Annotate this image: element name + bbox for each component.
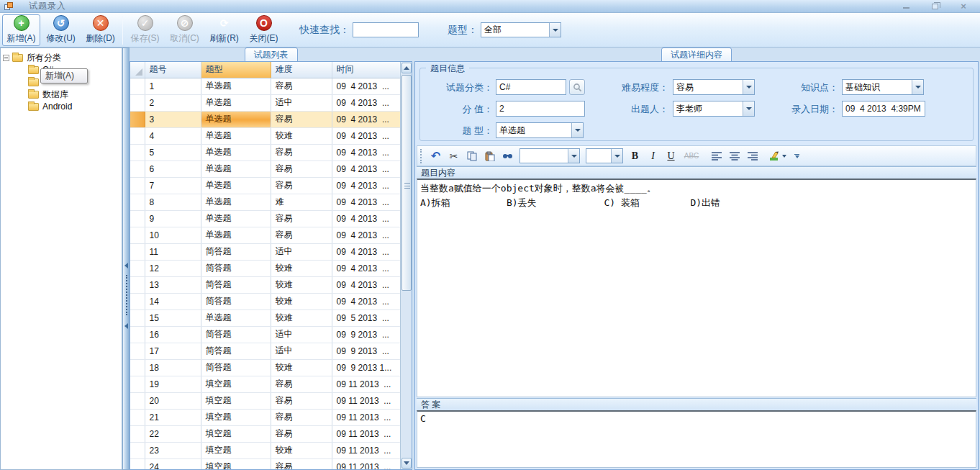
toolbar-overflow-button[interactable] (794, 154, 799, 158)
cell-difficulty[interactable]: 容易 (271, 111, 332, 127)
cell-type[interactable]: 填空题 (201, 409, 271, 425)
table-row[interactable]: 21 填空题 容易 09 11 2013 ... (130, 409, 401, 425)
cell-type[interactable]: 简答题 (201, 326, 271, 343)
cell-no[interactable]: 23 (145, 442, 201, 458)
cell-time[interactable]: 09 11 2013 ... (332, 442, 401, 458)
cell-type[interactable]: 简答题 (201, 276, 271, 293)
cell-no[interactable]: 18 (145, 359, 201, 376)
cell-difficulty[interactable]: 难 (271, 194, 332, 210)
select-all-corner[interactable] (130, 62, 145, 78)
row-indicator[interactable] (130, 425, 145, 442)
cell-no[interactable]: 14 (145, 293, 201, 309)
column-header-time[interactable]: 时间 (332, 62, 401, 78)
chevron-down-icon[interactable] (568, 149, 579, 163)
cell-type[interactable]: 简答题 (201, 243, 271, 260)
cell-no[interactable]: 1 (145, 78, 201, 94)
cell-no[interactable]: 17 (145, 343, 201, 359)
edit-button[interactable]: ↺ 修改(U) (42, 14, 80, 46)
author-combobox[interactable]: 李老师 (673, 101, 755, 117)
save-button[interactable]: ✓ 保存(S) (126, 14, 164, 46)
answer-editor[interactable]: C (417, 410, 976, 468)
tab-question-list[interactable]: 试题列表 (245, 48, 298, 62)
table-row[interactable]: 23 填空题 较难 09 11 2013 ... (130, 442, 401, 458)
category-search-button[interactable] (569, 79, 585, 95)
add-button[interactable]: + 新增(A) (2, 14, 40, 46)
cell-type[interactable]: 填空题 (201, 425, 271, 442)
cell-no[interactable]: 2 (145, 94, 201, 111)
row-indicator[interactable] (130, 392, 145, 409)
align-left-button[interactable] (708, 148, 725, 164)
cell-difficulty[interactable]: 较难 (271, 309, 332, 326)
cell-type[interactable]: 单选题 (201, 94, 271, 111)
undo-button[interactable]: ↶ (427, 148, 444, 164)
chevron-down-icon[interactable] (912, 80, 923, 94)
cell-no[interactable]: 16 (145, 326, 201, 343)
row-indicator[interactable] (130, 111, 145, 127)
scroll-down-icon[interactable] (401, 458, 412, 469)
cell-type[interactable]: 填空题 (201, 458, 271, 470)
cell-difficulty[interactable]: 容易 (271, 425, 332, 442)
cell-difficulty[interactable]: 较难 (271, 127, 332, 144)
table-row[interactable]: 6 单选题 容易 09 4 2013 ... (130, 161, 401, 177)
align-right-button[interactable] (744, 148, 761, 164)
table-row[interactable]: 2 单选题 适中 09 4 2013 ... (130, 94, 401, 111)
row-indicator[interactable] (130, 276, 145, 293)
quick-find-input[interactable] (353, 22, 419, 37)
table-row[interactable]: 22 填空题 容易 09 11 2013 ... (130, 425, 401, 442)
row-indicator[interactable] (130, 227, 145, 243)
cell-difficulty[interactable]: 容易 (271, 409, 332, 425)
chevron-down-icon[interactable] (549, 23, 561, 37)
cell-time[interactable]: 09 4 2013 ... (332, 260, 401, 276)
table-row[interactable]: 10 单选题 容易 09 4 2013 ... (130, 227, 401, 243)
tree-root-item[interactable]: 所有分类 (3, 52, 61, 63)
cell-no[interactable]: 5 (145, 144, 201, 161)
cell-time[interactable]: 09 4 2013 ... (332, 94, 401, 111)
chevron-down-icon[interactable] (743, 101, 754, 116)
cut-button[interactable]: ✂ (445, 148, 462, 164)
row-indicator[interactable] (130, 376, 145, 392)
chevron-down-icon[interactable] (611, 149, 622, 163)
font-size-combobox[interactable] (586, 148, 623, 163)
cell-no[interactable]: 6 (145, 161, 201, 177)
scroll-up-icon[interactable] (401, 63, 412, 73)
column-header-difficulty[interactable]: 难度 (271, 62, 332, 78)
minimize-button[interactable] (897, 1, 915, 12)
cell-time[interactable]: 09 4 2013 ... (332, 210, 401, 227)
underline-button[interactable]: U (663, 148, 679, 164)
row-indicator[interactable] (130, 343, 145, 359)
cell-type[interactable]: 单选题 (201, 78, 271, 94)
cell-no[interactable]: 3 (145, 111, 201, 127)
cell-type[interactable]: 单选题 (201, 111, 271, 127)
knowledge-combobox[interactable]: 基础知识 (842, 79, 924, 95)
cell-no[interactable]: 21 (145, 409, 201, 425)
cell-time[interactable]: 09 4 2013 ... (332, 127, 401, 144)
row-indicator[interactable] (130, 243, 145, 260)
cell-no[interactable]: 13 (145, 276, 201, 293)
table-row[interactable]: 16 简答题 适中 09 9 2013 ... (130, 326, 401, 343)
tab-question-detail[interactable]: 试题详细内容 (661, 48, 732, 62)
cancel-button[interactable]: ⊘ 取消(C) (165, 14, 204, 46)
restore-button[interactable] (925, 1, 944, 12)
cell-no[interactable]: 4 (145, 127, 201, 144)
row-indicator[interactable] (130, 359, 145, 376)
cell-difficulty[interactable]: 容易 (271, 177, 332, 194)
row-indicator[interactable] (130, 458, 145, 470)
cell-no[interactable]: 9 (145, 210, 201, 227)
collapse-icon[interactable] (3, 55, 9, 61)
splitter-handle[interactable] (122, 48, 130, 470)
cell-no[interactable]: 7 (145, 177, 201, 194)
table-row[interactable]: 9 单选题 容易 09 4 2013 ... (130, 210, 401, 227)
table-row[interactable]: 3 单选题 容易 09 4 2013 ... (130, 111, 401, 127)
table-row[interactable]: 19 填空题 容易 09 11 2013 ... (130, 376, 401, 392)
cell-difficulty[interactable]: 容易 (271, 144, 332, 161)
cell-time[interactable]: 09 11 2013 ... (332, 392, 401, 409)
row-indicator[interactable] (130, 194, 145, 210)
table-row[interactable]: 13 简答题 较难 09 4 2013 ... (130, 276, 401, 293)
collapse-left-icon[interactable] (124, 263, 128, 268)
refresh-button[interactable]: ⟳ 刷新(R) (205, 14, 243, 46)
cell-no[interactable]: 10 (145, 227, 201, 243)
table-row[interactable]: 11 简答题 适中 09 4 2013 ... (130, 243, 401, 260)
category-input[interactable]: C# (496, 79, 566, 95)
cell-type[interactable]: 单选题 (201, 227, 271, 243)
cell-time[interactable]: 09 9 2013 1... (332, 359, 401, 376)
